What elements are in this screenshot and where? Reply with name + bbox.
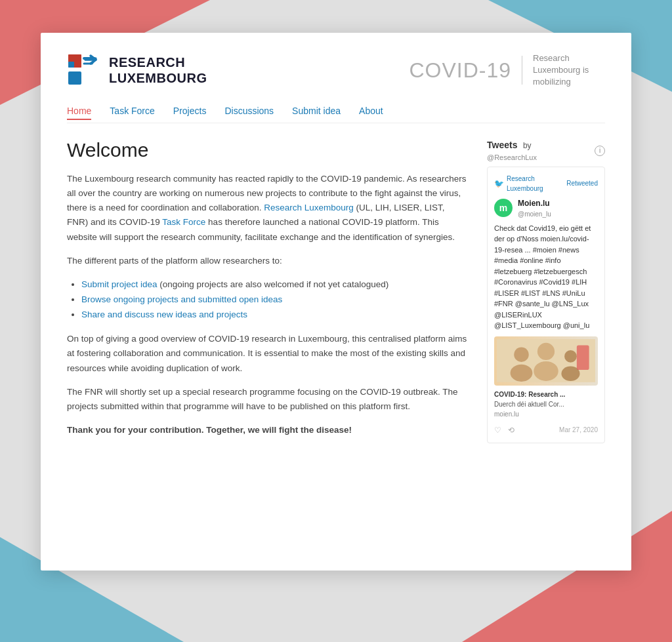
svg-rect-5	[68, 62, 74, 68]
tweet-user-handle: @moien_lu	[518, 209, 551, 219]
paragraph-3: On top of giving a good overview of COVI…	[67, 332, 467, 376]
nav-about[interactable]: About	[359, 106, 383, 119]
tweet-user-row: m Moien.lu @moien_lu	[494, 197, 598, 219]
nav-submit-idea[interactable]: Submit idea	[292, 106, 341, 119]
mobilizing-text: Research Luxembourg is mobilizing	[533, 52, 605, 89]
tweets-label-area: Tweets by @ResearchLux	[487, 139, 537, 163]
header-divider	[522, 56, 522, 85]
tweet-user-info: Moien.lu @moien_lu	[518, 197, 551, 219]
sidebar: Tweets by @ResearchLux i 🐦 Research Luxe…	[487, 139, 605, 447]
tweet-retweet-label: 🐦 Research Luxembourg Retweeted	[494, 174, 598, 193]
tweets-by: by	[523, 141, 532, 150]
nav-projects[interactable]: Projects	[173, 106, 207, 119]
tweet-user-name: Moien.lu	[518, 197, 551, 209]
paragraph-4: The FNR will shortly set up a special re…	[67, 385, 467, 414]
tweet-image	[494, 336, 598, 386]
svg-rect-4	[75, 54, 81, 60]
retweeted-suffix: Retweeted	[566, 178, 598, 188]
twitter-icon: 🐦	[494, 178, 504, 190]
retweet-icon[interactable]: ⟲	[508, 424, 514, 436]
tweet-avatar: m	[494, 199, 513, 217]
svg-point-8	[514, 347, 529, 362]
content-layout: Welcome The Luxembourg research communit…	[67, 139, 605, 447]
info-icon[interactable]: i	[595, 146, 605, 156]
svg-point-11	[534, 361, 558, 381]
nav-task-force[interactable]: Task Force	[110, 106, 154, 119]
tweet-action-icons: ♡ ⟲	[494, 424, 514, 436]
svg-rect-1	[68, 71, 81, 85]
submit-idea-link[interactable]: Submit project idea	[81, 279, 158, 289]
main-nav: Home Task Force Projects Discussions Sub…	[67, 100, 605, 123]
header-right: COVID-19 Research Luxembourg is mobilizi…	[409, 52, 605, 89]
closing-text: Thank you for your contribution. Togethe…	[67, 423, 467, 437]
share-ideas-link[interactable]: Share and discuss new ideas and projects	[81, 310, 247, 319]
list-item: Submit project idea (ongoing projects ar…	[81, 277, 467, 292]
people-svg	[497, 338, 595, 384]
bullet-list: Submit project idea (ongoing projects ar…	[67, 277, 467, 323]
paragraph-1: The Luxembourg research community has re…	[67, 172, 467, 245]
nav-home[interactable]: Home	[67, 106, 91, 119]
svg-point-9	[511, 365, 533, 382]
tweet-card: 🐦 Research Luxembourg Retweeted m Moien.…	[487, 167, 605, 443]
svg-point-10	[537, 343, 555, 360]
tweet-actions: ♡ ⟲ Mar 27, 2020	[494, 424, 598, 436]
retweeted-by: Research Luxembourg	[507, 174, 564, 193]
main-card: RESEARCH LUXEMBOURG COVID-19 Research Lu…	[41, 33, 631, 571]
main-content: Welcome The Luxembourg research communit…	[67, 139, 467, 447]
like-icon[interactable]: ♡	[494, 424, 501, 436]
welcome-heading: Welcome	[67, 139, 467, 161]
tweet-body: Check dat Covid19, eio gëtt et der op d'…	[494, 223, 598, 331]
svg-point-12	[564, 350, 577, 363]
tweet-image-sub: Duerch déi aktuell Cor...	[494, 399, 598, 409]
page-header: RESEARCH LUXEMBOURG COVID-19 Research Lu…	[67, 52, 605, 89]
svg-rect-6	[75, 62, 81, 68]
logo-icon	[67, 53, 101, 87]
tweets-label: Tweets	[487, 140, 517, 150]
covid-title: COVID-19	[409, 58, 511, 83]
tweet-image-content	[494, 336, 598, 386]
list-item: Browse ongoing projects and submitted op…	[81, 292, 467, 308]
tweets-header: Tweets by @ResearchLux i	[487, 139, 605, 163]
research-luxembourg-link[interactable]: Research Luxembourg	[264, 203, 354, 212]
tweet-image-caption: COVID-19: Research ...	[494, 390, 598, 399]
list-item-suffix-0: (ongoing projects are also welcomed if n…	[158, 279, 389, 289]
logo-area: RESEARCH LUXEMBOURG	[67, 53, 207, 87]
tweet-image-source: moien.lu	[494, 409, 598, 419]
task-force-link[interactable]: Task Force	[162, 217, 205, 227]
tweets-handle: @ResearchLux	[487, 153, 537, 161]
paragraph-2: The different parts of the platform allo…	[67, 254, 467, 268]
svg-rect-14	[577, 346, 589, 371]
browse-projects-link[interactable]: Browse ongoing projects and submitted op…	[81, 294, 282, 304]
logo-text: RESEARCH LUXEMBOURG	[109, 54, 207, 86]
svg-rect-3	[68, 54, 74, 60]
list-item: Share and discuss new ideas and projects	[81, 308, 467, 323]
nav-discussions[interactable]: Discussions	[224, 106, 274, 119]
closing-strong: Thank you for your contribution. Togethe…	[67, 425, 352, 435]
tweet-date: Mar 27, 2020	[559, 425, 598, 435]
